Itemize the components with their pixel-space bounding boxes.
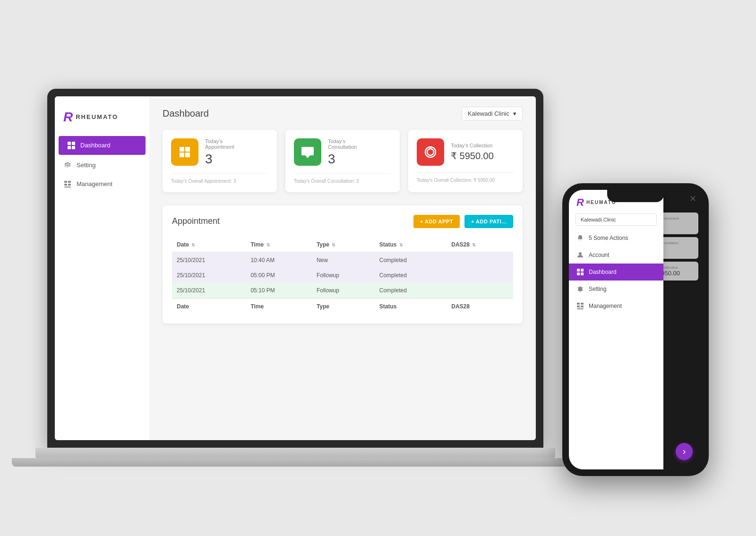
svg-rect-7: [68, 184, 71, 186]
phone-menu-item-dashboard[interactable]: Dashboard: [569, 264, 663, 281]
cell-date: 25/10/2021: [172, 283, 246, 298]
svg-rect-21: [581, 272, 584, 275]
svg-rect-19: [581, 269, 584, 272]
col-date: Date ⇅: [172, 238, 246, 252]
svg-rect-24: [581, 303, 584, 305]
footer-das28: DAS28: [447, 298, 513, 314]
cell-date: 25/10/2021: [172, 252, 246, 268]
management-icon: [576, 302, 584, 310]
grid-icon: [576, 268, 584, 276]
laptop-screen-outer: R Rheumato Dashboard: [47, 89, 543, 448]
svg-rect-20: [577, 272, 580, 275]
svg-rect-13: [301, 147, 314, 155]
phone-menu-item-setting[interactable]: Setting: [569, 281, 663, 298]
cell-time: 10:40 AM: [246, 252, 311, 268]
collection-info: Today's Collection ₹ 5950.00: [451, 138, 494, 166]
svg-rect-9: [180, 147, 184, 152]
appointment-footer: Today's Overall Appointment: 3: [171, 173, 268, 184]
bell-icon: [576, 234, 584, 242]
footer-time: Time: [246, 298, 311, 314]
appointment-value: 3: [205, 152, 234, 167]
phone-management-label: Management: [589, 303, 622, 309]
add-patient-button[interactable]: + ADD PATI...: [464, 215, 513, 228]
sidebar-setting-label: Setting: [77, 162, 95, 169]
cell-type: Followup: [312, 268, 375, 283]
footer-date: Date: [172, 298, 246, 314]
sidebar-item-management[interactable]: Management: [55, 175, 149, 194]
phone-fab-button[interactable]: ›: [676, 443, 693, 460]
phone-setting-label: Setting: [589, 286, 606, 292]
footer-type: Type: [312, 298, 375, 314]
cell-date: 25/10/2021: [172, 268, 246, 283]
svg-rect-27: [577, 308, 584, 309]
sidebar-item-dashboard[interactable]: Dashboard: [59, 136, 146, 155]
sidebar: R Rheumato Dashboard: [55, 96, 149, 440]
phone-menu-panel: R HEUMATO Kalewadi Clinic 5 Some Actions: [569, 190, 663, 469]
collection-value: ₹ 5950.00: [451, 150, 494, 162]
appointment-section: Appointment + ADD APPT + ADD PATI... Dat…: [163, 205, 523, 323]
cell-das28: [447, 252, 513, 268]
laptop-foot: [12, 458, 579, 467]
consultation-icon-box: [294, 138, 321, 166]
svg-rect-25: [577, 306, 580, 307]
cell-das28: [447, 283, 513, 298]
laptop-screen-inner: R Rheumato Dashboard: [55, 96, 536, 440]
footer-status: Status: [375, 298, 447, 314]
svg-rect-11: [180, 153, 184, 157]
table-row: 25/10/2021 05:00 PM Followup Completed: [172, 268, 513, 283]
phone-device: Appointment 3 Consultation 3 's Collecti…: [562, 183, 709, 476]
col-type: Type ⇅: [312, 238, 375, 252]
col-time: Time ⇅: [246, 238, 311, 252]
gear-icon: [63, 161, 72, 170]
main-header: Dashboard Kalewadi Clinic ▾: [163, 107, 523, 120]
collection-footer: Today's Overall Collection: ₹ 5950.00: [417, 172, 514, 183]
stat-card-consultation: Today'sConsultation 3 Today's Overall Co…: [285, 130, 400, 192]
phone-logo-icon: R: [576, 196, 584, 209]
col-status: Status ⇅: [375, 238, 447, 252]
sidebar-item-setting[interactable]: Setting: [55, 156, 149, 175]
phone-clinic-dropdown[interactable]: Kalewadi Clinic: [576, 213, 657, 226]
sort-icon: ⇅: [266, 243, 270, 247]
stat-card-appointment: Today'sAppointment 3 Today's Overall App…: [163, 130, 277, 192]
appointment-header: Appointment + ADD APPT + ADD PATI...: [172, 215, 513, 228]
cell-type: Followup: [312, 283, 375, 298]
logo-text: Rheumato: [76, 113, 118, 120]
phone-close-button[interactable]: ✕: [689, 194, 696, 204]
sort-icon: ⇅: [191, 243, 195, 247]
cell-status: Completed: [375, 283, 447, 298]
phone-notch: [607, 190, 664, 202]
svg-rect-5: [68, 181, 71, 183]
cell-das28: [447, 268, 513, 283]
cell-status: Completed: [375, 252, 447, 268]
svg-point-15: [427, 149, 434, 155]
phone-actions-label: 5 Some Actions: [589, 235, 628, 241]
table-row: 25/10/2021 10:40 AM New Completed: [172, 252, 513, 268]
phone-menu-item-account[interactable]: Account: [569, 247, 663, 264]
consultation-footer: Today's Overall Consultation: 3: [294, 173, 391, 184]
svg-rect-23: [577, 303, 580, 305]
person-icon: [576, 251, 584, 259]
phone-dashboard-label: Dashboard: [589, 269, 617, 275]
laptop-base: [35, 448, 555, 458]
main-content: Dashboard Kalewadi Clinic ▾: [149, 96, 536, 440]
cell-time: 05:10 PM: [246, 283, 311, 298]
consultation-label: Today'sConsultation: [328, 138, 357, 150]
sort-icon: ⇅: [399, 243, 403, 247]
svg-rect-8: [64, 187, 71, 187]
cell-time: 05:00 PM: [246, 268, 311, 283]
add-appointment-button[interactable]: + ADD APPT: [413, 215, 460, 228]
svg-rect-4: [64, 181, 67, 183]
stats-row: Today'sAppointment 3 Today's Overall App…: [163, 130, 523, 192]
consultation-value: 3: [328, 152, 357, 167]
appointment-section-title: Appointment: [172, 216, 220, 226]
phone-menu-item-management[interactable]: Management: [569, 298, 663, 315]
appointment-info: Today'sAppointment 3: [205, 138, 234, 167]
gear-icon: [576, 285, 584, 293]
collection-label: Today's Collection: [451, 143, 494, 148]
svg-rect-26: [581, 306, 584, 307]
phone-menu-item-actions[interactable]: 5 Some Actions: [569, 230, 663, 247]
cell-status: Completed: [375, 268, 447, 283]
management-icon: [63, 180, 72, 188]
clinic-dropdown[interactable]: Kalewadi Clinic ▾: [462, 107, 523, 120]
logo: R Rheumato: [55, 106, 149, 135]
